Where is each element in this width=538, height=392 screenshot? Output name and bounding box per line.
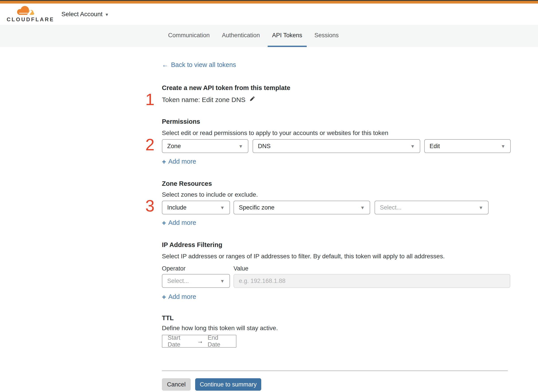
back-to-tokens-link[interactable]: ← Back to view all tokens xyxy=(162,61,236,69)
dropdown-caret-icon: ▼ xyxy=(220,205,225,210)
cloudflare-wordmark: CLOUDFLARE xyxy=(7,16,45,23)
start-date-placeholder: Start Date xyxy=(168,334,192,348)
end-date-placeholder: End Date xyxy=(208,334,231,348)
edit-pencil-icon[interactable] xyxy=(249,95,256,104)
permission-access-value: Edit xyxy=(430,143,440,150)
tab-api-tokens[interactable]: API Tokens xyxy=(268,25,307,47)
dropdown-caret-icon: ▼ xyxy=(410,143,415,149)
ip-filtering-heading: IP Address Filtering xyxy=(162,241,222,248)
permissions-heading: Permissions xyxy=(162,118,200,125)
zone-select-dropdown[interactable]: Select... ▼ xyxy=(374,201,489,215)
zone-resources-description: Select zones to include or exclude. xyxy=(162,191,258,198)
permissions-add-more-link[interactable]: + Add more xyxy=(162,158,196,165)
token-name-line: Token name: Edit zone DNS xyxy=(162,95,256,104)
ttl-description: Define how long this token will stay act… xyxy=(162,325,278,332)
zone-include-dropdown[interactable]: Include ▼ xyxy=(162,201,230,215)
annotation-step-2: 2 xyxy=(141,137,159,153)
ttl-heading: TTL xyxy=(162,314,174,322)
continue-to-summary-button[interactable]: Continue to summary xyxy=(195,378,261,391)
permission-scope-value: Zone xyxy=(167,143,181,150)
zone-resources-add-more-link[interactable]: + Add more xyxy=(162,219,196,226)
permission-scope-dropdown[interactable]: Zone ▼ xyxy=(162,139,248,153)
permission-resource-value: DNS xyxy=(258,143,271,150)
arrow-left-icon: ← xyxy=(162,61,168,69)
cancel-button[interactable]: Cancel xyxy=(162,378,191,391)
back-link-label: Back to view all tokens xyxy=(171,61,236,69)
plus-icon: + xyxy=(162,293,166,300)
api-token-template-page: CLOUDFLARE Select Account ▾ Communicatio… xyxy=(0,0,538,392)
zone-type-value: Specific zone xyxy=(239,204,275,211)
profile-tab-bar: Communication Authentication API Tokens … xyxy=(0,25,538,47)
chevron-down-icon: ▾ xyxy=(106,11,108,18)
page-title: Create a new API token from this templat… xyxy=(162,84,290,92)
permission-resource-dropdown[interactable]: DNS ▼ xyxy=(253,139,420,153)
add-more-label: Add more xyxy=(168,219,196,226)
cloudflare-cloud-icon xyxy=(7,5,45,16)
plus-icon: + xyxy=(162,219,166,226)
tab-authentication[interactable]: Authentication xyxy=(218,25,264,47)
value-label: Value xyxy=(234,265,248,272)
permission-access-dropdown[interactable]: Edit ▼ xyxy=(424,139,511,153)
add-more-label: Add more xyxy=(168,293,196,300)
brand-accent-bar xyxy=(0,1,538,4)
dropdown-caret-icon: ▼ xyxy=(479,205,483,210)
ip-filtering-description: Select IP addresses or ranges of IP addr… xyxy=(162,253,445,260)
dropdown-caret-icon: ▼ xyxy=(220,278,225,284)
operator-select-dropdown[interactable]: Select... ▼ xyxy=(162,274,230,288)
annotation-step-1: 1 xyxy=(141,91,159,108)
ip-filtering-add-more-link[interactable]: + Add more xyxy=(162,293,196,300)
dropdown-caret-icon: ▼ xyxy=(360,205,365,210)
account-selector[interactable]: Select Account ▾ xyxy=(61,4,108,25)
footer-divider xyxy=(162,370,508,371)
dropdown-caret-icon: ▼ xyxy=(501,143,505,149)
arrow-right-icon: → xyxy=(197,338,203,345)
zone-resources-heading: Zone Resources xyxy=(162,180,212,187)
zone-type-dropdown[interactable]: Specific zone ▼ xyxy=(234,201,370,215)
token-name-text: Token name: Edit zone DNS xyxy=(162,96,245,103)
cloudflare-logo[interactable]: CLOUDFLARE xyxy=(7,5,45,23)
app-header: CLOUDFLARE Select Account ▾ xyxy=(0,4,538,25)
zone-select-placeholder: Select... xyxy=(380,204,402,211)
dropdown-caret-icon: ▼ xyxy=(239,143,243,149)
zone-include-value: Include xyxy=(167,204,187,211)
add-more-label: Add more xyxy=(168,158,196,165)
account-selector-label: Select Account xyxy=(61,11,103,18)
annotation-step-3: 3 xyxy=(141,198,159,214)
ttl-date-range-picker[interactable]: Start Date → End Date xyxy=(162,335,236,348)
operator-placeholder: Select... xyxy=(167,278,189,285)
ip-value-input[interactable] xyxy=(234,274,510,288)
operator-label: Operator xyxy=(162,265,186,272)
plus-icon: + xyxy=(162,158,166,165)
tab-communication[interactable]: Communication xyxy=(164,25,214,47)
tab-sessions[interactable]: Sessions xyxy=(310,25,343,47)
permissions-description: Select edit or read permissions to apply… xyxy=(162,130,388,137)
